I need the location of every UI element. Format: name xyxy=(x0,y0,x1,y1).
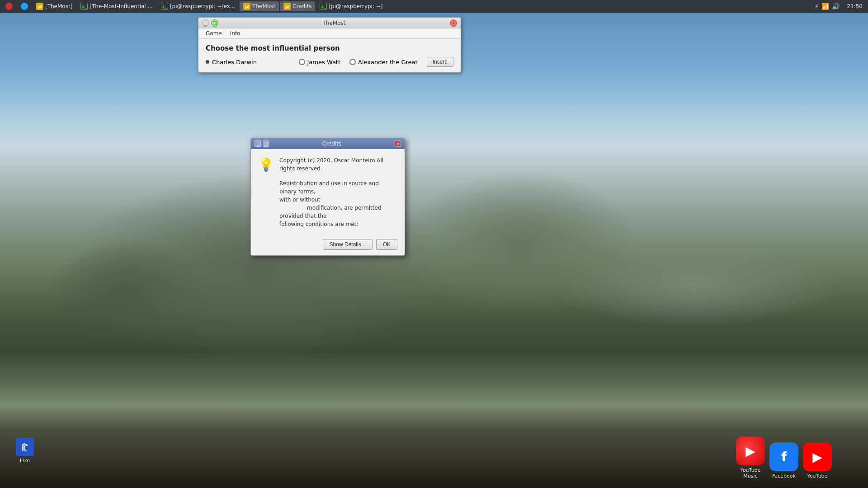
themost-maximize-btn[interactable]: □ xyxy=(211,19,218,27)
landscape-overlay xyxy=(0,0,868,488)
lixo-icon: 🗑 xyxy=(16,438,34,456)
insert-button[interactable]: Insert! xyxy=(427,57,453,67)
taskbar-btn-globe[interactable]: 🌐 xyxy=(17,1,32,11)
youtube-label: YouTube xyxy=(807,473,828,479)
folder-icon-1: 📁 xyxy=(36,3,43,10)
taskbar-label-influential: [The-Most-Influential ... xyxy=(90,3,153,9)
taskbar-label-pi: [pi@raspberrypi: ~] xyxy=(329,3,382,9)
credits-text-area: Copyright (c) 2020, Oscar Monteiro All r… xyxy=(279,156,397,228)
themost-minimize-btn[interactable]: _ xyxy=(202,19,209,27)
themost-window-title: TheMost xyxy=(218,20,450,26)
youtube-music-icon: ▶ xyxy=(736,436,765,465)
credits-footer: Show Details... OK xyxy=(251,235,405,255)
credits-body-text: Redistribution and use in source and bin… xyxy=(279,179,397,228)
taskbar-label-themost: [TheMost] xyxy=(45,3,72,9)
credits-window-controls: _ □ xyxy=(255,141,269,147)
taskbar: 🌐 📁 [TheMost] $_ [The-Most-Influential .… xyxy=(0,0,868,13)
choice-charles-darwin: Charles Darwin xyxy=(206,59,257,66)
lixo-label: Lixo xyxy=(20,458,30,464)
themost-content: Choose the most influential person Charl… xyxy=(198,39,461,72)
youtube-icon: ▶ xyxy=(803,442,832,471)
credits-minimize-btn[interactable]: _ xyxy=(255,141,261,147)
alexander-label: Alexander the Great xyxy=(358,59,418,66)
choices-row: Charles Darwin James Watt Alexander the … xyxy=(206,57,453,67)
taskbar-btn-credits[interactable]: 📂 Credits xyxy=(280,1,315,11)
bluetooth-icon[interactable]: ⚡ xyxy=(815,3,819,10)
volume-icon[interactable]: 🔊 xyxy=(832,3,840,10)
credits-titlebar[interactable]: _ □ Credits × xyxy=(251,138,405,149)
james-watt-label: James Watt xyxy=(307,59,341,66)
facebook-label: Facebook xyxy=(772,473,796,479)
credits-restore-btn[interactable]: □ xyxy=(263,141,269,147)
taskbar-clock: 21:50 xyxy=(843,3,866,9)
taskbar-label-themost2: TheMost xyxy=(252,3,275,9)
themost-titlebar[interactable]: _ □ TheMost × xyxy=(198,18,461,28)
taskbar-label-pi-ex: [pi@raspberrypi: ~/ex... xyxy=(170,3,235,9)
taskbar-btn-folder-themost[interactable]: 📁 [TheMost] xyxy=(33,1,76,11)
credits-close-controls: × xyxy=(395,141,401,147)
dock-item-youtube[interactable]: ▶ YouTube xyxy=(803,442,832,479)
taskbar-btn-term-pi-ex[interactable]: $_ [pi@raspberrypi: ~/ex... xyxy=(157,1,239,11)
radio-circle-2 xyxy=(349,59,356,65)
taskbar-btn-term-pi[interactable]: $_ [pi@raspberrypi: ~] xyxy=(316,1,386,11)
charles-darwin-label: Charles Darwin xyxy=(212,59,257,66)
dock-item-youtube-music[interactable]: ▶ YouTubeMusic xyxy=(736,436,765,479)
raspi-icon xyxy=(5,3,13,10)
system-tray: ⚡ 📶 🔊 xyxy=(812,3,843,10)
terminal-icon-3: $_ xyxy=(320,3,327,10)
taskbar-label-credits: Credits xyxy=(292,3,311,9)
themost-question: Choose the most influential person xyxy=(206,44,453,52)
folder-icon-3: 📂 xyxy=(283,3,291,10)
wifi-icon[interactable]: 📶 xyxy=(821,3,829,10)
terminal-icon-2: $_ xyxy=(161,3,168,10)
desktop-icons-area: 🗑 Lixo xyxy=(9,436,41,465)
menu-game[interactable]: Game xyxy=(202,29,226,38)
credits-close-btn[interactable]: × xyxy=(395,141,401,147)
themost-close-controls: × xyxy=(450,19,457,27)
globe-icon: 🌐 xyxy=(21,3,28,10)
dock-item-facebook[interactable]: f Facebook xyxy=(769,442,798,479)
credits-dialog: _ □ Credits × 💡 Copyright (c) 2020, Osca… xyxy=(250,138,405,256)
themost-window: _ □ TheMost × Game Info Choose the most … xyxy=(198,17,461,73)
folder-icon-2: 📂 xyxy=(243,3,250,10)
credits-lightbulb-icon: 💡 xyxy=(258,157,274,172)
credits-copyright: Copyright (c) 2020, Oscar Monteiro All r… xyxy=(279,156,397,173)
credits-window-title: Credits xyxy=(269,141,395,147)
taskbar-btn-term-influential[interactable]: $_ [The-Most-Influential ... xyxy=(77,1,156,11)
radio-circle-1 xyxy=(299,59,305,65)
show-details-button[interactable]: Show Details... xyxy=(323,239,373,250)
radio-alexander[interactable]: Alexander the Great xyxy=(349,59,418,66)
radio-james-watt[interactable]: James Watt xyxy=(299,59,341,66)
taskbar-btn-themost[interactable]: 📂 TheMost xyxy=(240,1,279,11)
youtube-music-label: YouTubeMusic xyxy=(741,467,761,479)
ok-button[interactable]: OK xyxy=(376,239,397,250)
themost-close-btn[interactable]: × xyxy=(450,19,457,27)
dock: ▶ YouTubeMusic f Facebook ▶ YouTube xyxy=(736,436,832,479)
bullet-dot xyxy=(206,60,209,64)
taskbar-btn-raspi[interactable] xyxy=(2,1,16,11)
themost-menubar: Game Info xyxy=(198,28,461,39)
menu-info[interactable]: Info xyxy=(226,29,244,38)
facebook-icon: f xyxy=(769,442,798,471)
terminal-icon-1: $_ xyxy=(80,3,88,10)
themost-window-controls: _ □ xyxy=(202,19,218,27)
credits-body: 💡 Copyright (c) 2020, Oscar Monteiro All… xyxy=(251,149,405,235)
desktop-icon-lixo[interactable]: 🗑 Lixo xyxy=(9,436,41,465)
